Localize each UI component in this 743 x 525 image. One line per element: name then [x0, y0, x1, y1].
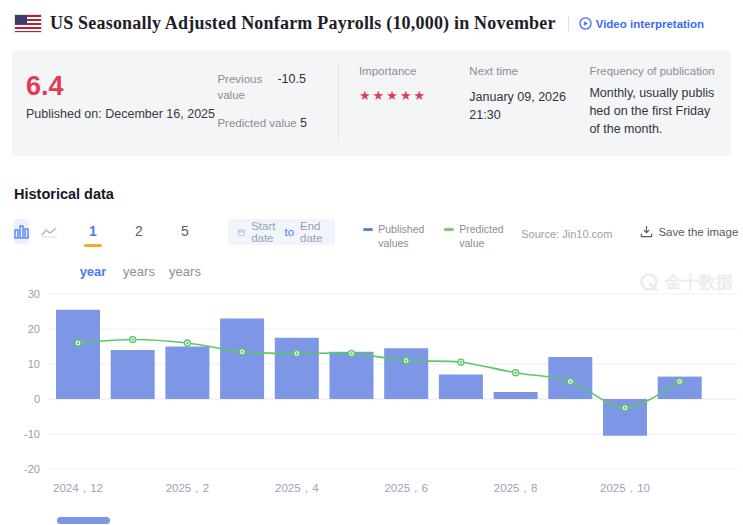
svg-text:2024，12: 2024，12 — [53, 482, 103, 494]
svg-text:0: 0 — [34, 393, 40, 405]
start-date-input[interactable]: Start date — [251, 220, 278, 244]
predicted-value-label: Predicted value — [217, 117, 299, 129]
bar-chart-toggle-button[interactable] — [14, 219, 29, 244]
next-time-label: Next time — [469, 64, 585, 80]
frequency-value: Monthly, usually published on the first … — [589, 84, 717, 138]
date-range-picker[interactable]: Start date to End date — [228, 219, 335, 245]
next-time-block: Next time January 09, 2026 21:30 — [469, 64, 585, 140]
svg-text:2025，10: 2025，10 — [600, 482, 650, 494]
svg-text:-20: -20 — [24, 463, 40, 475]
predicted-value: 5 — [300, 116, 307, 130]
period-option-2-years[interactable]: 2 years — [122, 219, 156, 279]
previous-value: -10.5 — [277, 72, 306, 103]
card-divider — [338, 64, 339, 140]
svg-text:2025，8: 2025，8 — [494, 482, 537, 494]
save-image-button[interactable]: Save the image — [640, 219, 738, 238]
period-option-1-year[interactable]: 1 year — [76, 219, 110, 279]
svg-text:-10: -10 — [24, 428, 40, 440]
latest-value: 6.4 — [26, 72, 217, 102]
previous-value-label: Previous value — [217, 72, 269, 103]
page-header: US Seasonally Adjusted Nonfarm Payrolls … — [0, 0, 743, 34]
svg-text:2025，2: 2025，2 — [166, 482, 209, 494]
importance-stars: ★★★★★ — [359, 88, 463, 103]
line-chart-icon — [41, 226, 58, 238]
period-unit: years — [123, 264, 155, 279]
date-range-to-label: to — [284, 226, 294, 238]
published-on-text: Published on: December 16, 2025 — [26, 107, 217, 121]
chart-scrollbar-thumb[interactable] — [57, 517, 110, 524]
frequency-block: Frequency of publication Monthly, usuall… — [589, 64, 717, 140]
chart-area: 金十数据 3020100-10-202024，122025，22025，4202… — [0, 283, 743, 516]
download-icon — [640, 225, 653, 238]
period-underline — [130, 244, 148, 247]
source-text: Source: Jin10.com — [521, 219, 612, 240]
period-number: 2 — [135, 219, 143, 238]
svg-text:20: 20 — [28, 323, 40, 335]
line-chart-toggle-button[interactable] — [41, 219, 58, 244]
period-number: 1 — [89, 219, 97, 238]
predicted-value-swatch — [444, 228, 454, 231]
svg-text:30: 30 — [28, 288, 40, 300]
summary-card: 6.4 Published on: December 16, 2025 Prev… — [12, 50, 731, 156]
play-circle-icon — [579, 17, 592, 30]
legend-label-predicted: Predicted value — [459, 223, 511, 250]
published-values-swatch — [363, 228, 373, 231]
page-title: US Seasonally Adjusted Nonfarm Payrolls … — [50, 13, 556, 34]
legend-item-predicted: Predicted value — [444, 223, 511, 250]
chart-legend: Published values Predicted value — [363, 219, 511, 250]
period-selector: 1 year 2 years 5 years — [76, 219, 202, 279]
legend-label-published: Published values — [378, 223, 430, 250]
video-link-label: Video interpretation — [596, 18, 704, 30]
frequency-label: Frequency of publication — [589, 64, 717, 80]
next-time-value: January 09, 2026 21:30 — [469, 88, 585, 126]
bar-chart-icon — [14, 225, 29, 239]
period-option-5-years[interactable]: 5 years — [168, 219, 202, 279]
svg-text:2025，6: 2025，6 — [384, 482, 427, 494]
importance-block: Importance ★★★★★ — [359, 64, 463, 140]
importance-label: Importance — [359, 64, 463, 80]
svg-text:10: 10 — [28, 358, 40, 370]
save-image-label: Save the image — [658, 226, 738, 238]
period-unit: year — [80, 264, 107, 279]
header-divider — [568, 17, 569, 31]
calendar-icon — [238, 226, 245, 239]
prev-pred-block: Previous value -10.5 Predicted value 5 — [217, 64, 320, 140]
video-interpretation-link[interactable]: Video interpretation — [579, 17, 704, 30]
historical-bar-chart[interactable]: 3020100-10-202024，122025，22025，42025，620… — [0, 283, 743, 512]
period-number: 5 — [181, 219, 189, 238]
period-underline — [176, 244, 194, 247]
historical-data-heading: Historical data — [14, 186, 743, 202]
svg-text:2025，4: 2025，4 — [275, 482, 319, 494]
us-flag-icon — [14, 14, 42, 33]
period-unit: years — [169, 264, 201, 279]
legend-item-published: Published values — [363, 223, 430, 250]
chart-toolbar: 1 year 2 years 5 years Start date to End… — [14, 219, 735, 281]
end-date-input[interactable]: End date — [300, 220, 325, 244]
active-period-underline — [84, 244, 102, 247]
latest-value-block: 6.4 Published on: December 16, 2025 — [26, 64, 217, 140]
